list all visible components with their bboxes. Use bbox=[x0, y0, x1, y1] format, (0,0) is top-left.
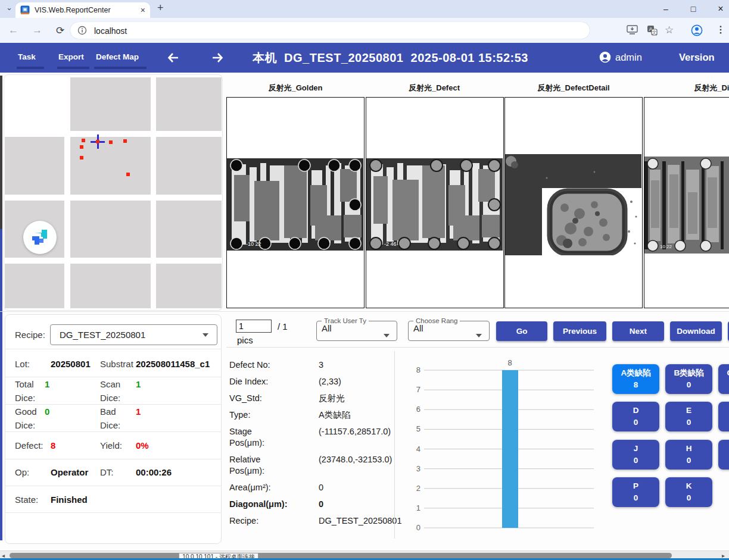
category-button-J[interactable]: J0 bbox=[612, 440, 659, 470]
version-label[interactable]: Version bbox=[679, 52, 715, 63]
selected-defect-crosshair[interactable] bbox=[96, 140, 99, 143]
tab-search-chevron-icon[interactable]: ⌄ bbox=[6, 3, 13, 12]
category-button-A类缺陷[interactable]: A类缺陷8 bbox=[612, 364, 659, 394]
window-minimize-button[interactable]: – bbox=[654, 1, 678, 17]
back-icon[interactable]: ← bbox=[8, 24, 18, 36]
image-panel-defectdetail[interactable] bbox=[504, 97, 643, 308]
wafer-tile[interactable] bbox=[156, 137, 222, 195]
previous-button[interactable]: Previous bbox=[553, 321, 606, 341]
svg-text:6: 6 bbox=[416, 405, 420, 414]
category-button-C类缺陷[interactable]: C类缺陷0 bbox=[718, 364, 729, 394]
detail-label: Defect No: bbox=[229, 359, 307, 371]
wafer-tile[interactable] bbox=[70, 77, 151, 131]
profile-avatar-icon[interactable] bbox=[691, 24, 703, 36]
svg-text:1: 1 bbox=[416, 503, 420, 512]
address-bar[interactable] bbox=[70, 22, 590, 39]
page-unit: pics bbox=[237, 335, 253, 345]
nav-defect-map[interactable]: Defect Map bbox=[96, 52, 139, 61]
translate-icon[interactable]: A 文 bbox=[647, 25, 658, 36]
go-button[interactable]: Go bbox=[496, 321, 547, 341]
track-user-type-select[interactable]: Track User Ty All bbox=[316, 317, 397, 341]
track-user-caret-icon bbox=[384, 334, 390, 337]
wafer-tile[interactable] bbox=[5, 137, 64, 195]
left-edge-blue bbox=[0, 229, 2, 540]
category-button-H[interactable]: H0 bbox=[665, 440, 712, 470]
info-value: Finished bbox=[51, 495, 88, 505]
svg-text:文: 文 bbox=[652, 30, 657, 35]
track-user-type-value: All bbox=[322, 323, 332, 333]
details-chart-divider bbox=[394, 351, 395, 539]
info-label: Bad bbox=[100, 406, 116, 417]
reload-icon[interactable]: ⟳ bbox=[56, 24, 64, 37]
svg-text:0: 0 bbox=[416, 523, 420, 532]
recipe-caret-icon bbox=[202, 333, 208, 337]
info-value: 0% bbox=[136, 440, 149, 450]
info-value: 1 bbox=[45, 379, 49, 389]
send-to-device-icon[interactable] bbox=[627, 25, 638, 35]
browser-tab[interactable]: VIS.Web.ReportCenter × bbox=[15, 2, 150, 18]
wafer-tile[interactable] bbox=[5, 264, 64, 308]
site-info-icon[interactable] bbox=[77, 26, 87, 35]
image-panel-golden[interactable]: -10 22 bbox=[226, 97, 364, 308]
page-number-input[interactable] bbox=[236, 320, 272, 333]
nav-back-arrow[interactable] bbox=[166, 51, 180, 65]
info-label: Yield: bbox=[100, 440, 122, 450]
defect-dot[interactable] bbox=[123, 139, 127, 143]
url-text: localhost bbox=[94, 26, 127, 36]
detail-label: Die Index: bbox=[229, 376, 307, 387]
category-button-hidden[interactable] bbox=[718, 440, 729, 470]
page-total: / 1 bbox=[278, 321, 288, 331]
detail-label: Stage Pos(μm): bbox=[229, 426, 307, 449]
wafer-tile[interactable] bbox=[156, 264, 222, 308]
wafer-tile[interactable] bbox=[70, 201, 151, 258]
category-button-B类缺陷[interactable]: B类缺陷0 bbox=[665, 364, 712, 394]
nav-export[interactable]: Export bbox=[58, 52, 84, 61]
wafer-tile[interactable] bbox=[156, 77, 222, 131]
defect-dot[interactable] bbox=[82, 139, 85, 142]
nav-task[interactable]: Task bbox=[18, 52, 36, 61]
info-value: 8 bbox=[51, 440, 55, 450]
download-button[interactable]: Download bbox=[670, 321, 722, 341]
page-title: 本机 DG_TEST_20250801 2025-08-01 15:52:53 bbox=[253, 50, 528, 66]
defect-dot[interactable] bbox=[126, 173, 130, 176]
forward-icon[interactable]: → bbox=[32, 24, 42, 36]
defect-dot[interactable] bbox=[80, 145, 83, 149]
tab-close-icon[interactable]: × bbox=[141, 5, 145, 15]
user-badge[interactable]: admin bbox=[599, 51, 642, 63]
recipe-label: Recipe: bbox=[15, 330, 45, 340]
defect-dot[interactable] bbox=[109, 140, 113, 144]
window-maximize-button[interactable]: □ bbox=[681, 1, 705, 17]
golden-caption: -10 22 bbox=[246, 241, 261, 247]
new-tab-button[interactable]: + bbox=[157, 2, 164, 14]
category-button-D[interactable]: D0 bbox=[612, 402, 659, 431]
scrollbar-thumb[interactable] bbox=[10, 553, 672, 558]
category-button-P[interactable]: P0 bbox=[612, 477, 659, 507]
nav-forward-arrow[interactable] bbox=[210, 51, 225, 65]
wafer-tile[interactable] bbox=[156, 201, 222, 258]
image-panel-defect[interactable]: -2 46 bbox=[366, 97, 504, 308]
bookmark-star-icon[interactable]: ☆ bbox=[665, 24, 674, 36]
info-label: Good bbox=[15, 406, 37, 417]
category-button-E[interactable]: E0 bbox=[665, 402, 712, 431]
svg-text:8: 8 bbox=[416, 365, 420, 374]
info-value: 202508011458_c1 bbox=[136, 359, 210, 369]
detail-label: VG_Std: bbox=[229, 393, 307, 404]
detail-label: Relative Pos(μm): bbox=[229, 454, 307, 477]
next-button[interactable]: Next bbox=[612, 321, 664, 341]
info-label: State: bbox=[15, 495, 38, 505]
category-button-hidden[interactable] bbox=[718, 402, 729, 431]
category-button-K[interactable]: K0 bbox=[665, 477, 712, 507]
image-panel-diff[interactable]: 10 22 bbox=[644, 97, 729, 308]
info-label: Total bbox=[15, 379, 34, 389]
defect-dot[interactable] bbox=[80, 156, 83, 159]
detail-label: Diagonal(μm): bbox=[229, 499, 307, 510]
wafer-tile[interactable] bbox=[70, 264, 151, 308]
menu-dots-icon[interactable]: ⋮ bbox=[716, 24, 725, 35]
svg-text:3: 3 bbox=[416, 464, 420, 473]
chart-bar bbox=[502, 370, 518, 528]
info-value: 20250801 bbox=[51, 359, 91, 369]
choose-range-select[interactable]: Choose Rang All bbox=[408, 317, 490, 341]
window-close-button[interactable]: × bbox=[709, 1, 729, 17]
info-label: Dice: bbox=[100, 393, 120, 403]
panel-label-defect: 反射光_Defect bbox=[365, 83, 503, 93]
